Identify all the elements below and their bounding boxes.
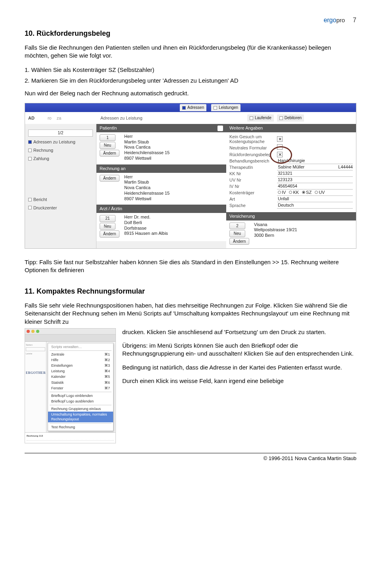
section-11-p3: Bedingung ist natürlich, dass die Adress…: [122, 364, 356, 371]
aendern-button[interactable]: Ändern: [100, 150, 119, 157]
arzt-address: Herr Dr. med.Dolf BerliDorfstrasse8915 H…: [124, 215, 168, 238]
field-kk-nr[interactable]: 321321: [277, 171, 353, 177]
header-versicherung: Versicherung: [226, 212, 356, 220]
menu-item-statistik[interactable]: Statistik⌘6: [48, 380, 113, 385]
close-icon[interactable]: [27, 330, 30, 333]
copyright: © 1996-2011 Nova Cantica Martin Staub: [264, 455, 356, 461]
screenshot-scripts-menu: Seiten Letzte ERGOTHER Scripts verwalten…: [25, 328, 116, 443]
neu-button[interactable]: Neu: [100, 142, 115, 149]
field-art[interactable]: Unfall: [277, 196, 353, 202]
tab-adressen[interactable]: Adressen: [180, 104, 206, 111]
menu-item-gruppierung[interactable]: Rechnung Gruppierung ein/aus: [48, 406, 113, 412]
brand: ergopro: [323, 16, 345, 25]
sidebar-item-rechnung[interactable]: Rechnung: [28, 147, 93, 153]
subtab-debitoren[interactable]: Debitoren: [277, 114, 304, 122]
field-kein-gesuch: Kein Gesuch um Kostengutsprache: [229, 134, 277, 144]
invoice-preview: Rechnung 113 Nach Unfall Probleme mit… E…: [25, 432, 115, 443]
menu-item-zentrale[interactable]: Zentrale⌘1: [48, 352, 113, 357]
section-10-title: 10. Rückforderungsbeleg: [25, 29, 356, 38]
window-traffic-lights: [25, 329, 115, 335]
menu-item-logo-aus[interactable]: Briefkopf Logo ausblenden: [48, 398, 113, 404]
aendern-button-4[interactable]: Ändern: [229, 238, 249, 245]
num-21-button[interactable]: 21: [100, 215, 115, 222]
header-weitere-angaben: Weitere Angaben: [226, 124, 356, 132]
sidebar-item-adressen[interactable]: Adressen zu Leistung: [28, 139, 93, 145]
section-10-intro: Falls Sie die Rechnungen den Patienten s…: [25, 44, 356, 60]
field-behandlungsbereich[interactable]: Handchirurgie: [277, 158, 353, 164]
page-footer: © 1996-2011 Nova Cantica Martin Staub: [25, 453, 356, 462]
field-therapeutin[interactable]: Sabine MüllerL44444: [277, 164, 353, 170]
center-title: Adressen zu Leistung: [96, 115, 247, 121]
radio-iv[interactable]: [278, 191, 281, 194]
field-sprache[interactable]: Deutsch: [277, 203, 353, 209]
menu-item-umschaltung-kompakt[interactable]: Umschaltung kompaktes, normales Rechnung…: [48, 412, 113, 422]
rechnung-an-address: HerrMartin StaubNova CanticaHeidenchilen…: [124, 174, 169, 202]
ergother-label: ERGOTHER: [26, 371, 45, 375]
menu-item-hilfe[interactable]: Hilfe⌘2: [48, 357, 113, 363]
menu-item-test-rechnung[interactable]: Test Rechnung: [48, 424, 113, 430]
left-sidebar: 1/2 Adressen zu Leistung Rechnung Zahlun…: [25, 124, 96, 248]
brand-pro: pro: [336, 17, 345, 23]
section-10-tip: Tipp: Falls Sie fast nur Selbstzahler ha…: [25, 258, 356, 275]
num-2-button[interactable]: 2: [229, 222, 245, 230]
step-1: 1. Wählen Sie als Kostenträger SZ (Selbs…: [25, 66, 356, 74]
menu-title: Scripts verwalten…: [48, 344, 113, 350]
radio-uv[interactable]: [315, 191, 318, 194]
neu-button-2[interactable]: Neu: [100, 223, 115, 230]
menu-item-leistung[interactable]: Leistung⌘4: [48, 368, 113, 374]
tab-leistungen[interactable]: Leistungen: [211, 104, 241, 111]
menu-item-logo-ein[interactable]: Briefkopf Logo einblenden: [48, 393, 113, 398]
mini-sidebar: Seiten Letzte ERGOTHER: [25, 342, 46, 432]
sidebar-item-druckzenter[interactable]: Druckzenter: [28, 205, 93, 211]
step-2: 2. Markieren Sie im den Rückforderungsbe…: [25, 77, 356, 85]
toolbar: [25, 335, 115, 342]
aendern-button-2[interactable]: Ändern: [100, 175, 119, 182]
code-ro: ro: [48, 116, 52, 120]
section-11-p1b: drucken. Klicken Sie anschliesend auf 'F…: [122, 328, 356, 336]
num-1-button[interactable]: 1: [100, 134, 115, 141]
section-11-p1: Falls Sie sehr viele Rechnungspositionen…: [25, 302, 356, 326]
radio-sz[interactable]: [302, 191, 305, 194]
page-number: 7: [353, 16, 356, 25]
code-ad: AD: [28, 116, 35, 120]
header-rechnung-an: Rechnung an: [96, 164, 226, 173]
radio-kk[interactable]: [289, 191, 292, 194]
field-kostentraeger[interactable]: IV KK SZ UV: [277, 190, 353, 196]
brand-ergo: ergo: [323, 17, 336, 23]
section-10-after: Nun wird der Beleg nach der Rechnung aut…: [25, 89, 356, 97]
field-neutrales: Neutrales Formular: [229, 145, 277, 151]
checkbox-neutrales[interactable]: [277, 144, 283, 150]
subtab-laufende[interactable]: Laufende: [247, 114, 274, 122]
field-iv-nr[interactable]: 45654654: [277, 184, 353, 190]
zoom-icon[interactable]: [36, 330, 39, 333]
top-bluebar: Adressen Leistungen: [25, 103, 356, 112]
scripts-menu[interactable]: Scripts verwalten… Zentrale⌘1 Hilfe⌘2 Ei…: [48, 343, 114, 431]
screenshot-adressen-zu-leistung: Adressen Leistungen AD ro za Adressen zu…: [25, 103, 356, 249]
checkbox-rueckforderung[interactable]: ✕: [277, 152, 283, 157]
sidebar-item-zahlung[interactable]: Zahlung: [28, 156, 93, 162]
code-za: za: [57, 116, 62, 120]
sidebar-item-bericht[interactable]: Bericht: [28, 197, 93, 203]
header-patientin: PatientIn: [96, 124, 226, 132]
patient-address: HerrMartin StaubNova CanticaHeidenchilen…: [124, 134, 169, 161]
menu-item-fenster[interactable]: Fenster⌘7: [48, 385, 113, 391]
menu-item-kalender[interactable]: Kalender⌘5: [48, 374, 113, 379]
versicherung-address: VisanaWeltpoststrasse 19/213000 Bern: [254, 222, 297, 246]
section-11-title: 11. Kompaktes Rechnungsformular: [25, 286, 356, 296]
header-arzt: Arzt / Ärztin: [96, 205, 226, 213]
menu-item-einstellungen[interactable]: Einstellungen⌘3: [48, 363, 113, 368]
sub-header: AD ro za Adressen zu Leistung Laufende D…: [25, 112, 356, 124]
checkbox-kein-gesuch[interactable]: ✕: [277, 136, 283, 142]
section-11-p4: Durch einen Klick ins weisse Feld, kann …: [122, 377, 356, 385]
field-rueckforderung: Rückforderungsbeleg: [229, 152, 277, 158]
minimize-icon[interactable]: [31, 330, 35, 333]
neu-button-3[interactable]: Neu: [229, 230, 245, 237]
field-uv-nr[interactable]: 123123: [277, 177, 353, 183]
aendern-button-3[interactable]: Ändern: [100, 230, 119, 238]
gear-icon[interactable]: [217, 126, 223, 131]
section-11-p2: Übrigens: im Menü Scripts können Sie auc…: [122, 342, 356, 358]
nav-counter[interactable]: 1/2: [28, 130, 93, 137]
